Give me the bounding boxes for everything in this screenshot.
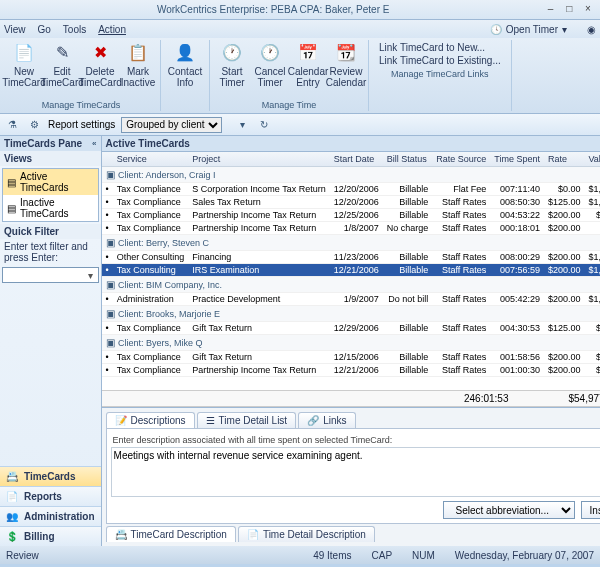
table-row[interactable]: •Tax CompliancePartnership Income Tax Re… [102,222,600,235]
clock-icon: 🕓 [490,24,502,35]
column-header[interactable]: Rate Source [432,152,490,167]
link-existing-button[interactable]: Link TimeCard to Existing... [379,55,501,66]
contact-icon: 👤 [174,42,196,64]
grid-title: Active TimeCards [102,136,600,152]
app-title: WorkCentrics Enterprise: PEBA CPA: Baker… [4,4,542,15]
column-header[interactable]: Project [188,152,329,167]
report-settings-label: Report settings [48,119,115,130]
link-icon: 🔗 [307,415,319,426]
ribbon: 📄New TimeCard ✎Edit TimeCard ✖Delete Tim… [0,38,600,114]
maximize-icon[interactable]: □ [561,3,577,17]
group-row[interactable]: ▣ Client: Byers, Mike Q [102,335,600,351]
card-icon: 📇 [115,529,127,540]
calendar-entry-button[interactable]: 📅Calendar Entry [290,40,326,99]
table-row[interactable]: •Tax ComplianceGift Tax Return12/29/2006… [102,322,600,335]
refresh-icon[interactable]: ↻ [256,117,272,133]
chevron-down-icon[interactable]: ▾ [84,270,98,281]
nav-billing[interactable]: 💲Billing [0,526,101,546]
link-new-button[interactable]: Link TimeCard to New... [379,42,501,53]
menu-action[interactable]: Action [98,24,126,35]
table-row[interactable]: •Tax CompliancePartnership Income Tax Re… [102,364,600,377]
minimize-icon[interactable]: – [542,3,558,17]
table-row[interactable]: •Tax CompliancePartnership Income Tax Re… [102,209,600,222]
new-timecard-button[interactable]: 📄New TimeCard [6,40,42,99]
review-calendar-button[interactable]: 📆Review Calendar [328,40,364,99]
filter-icon[interactable]: ⚗ [4,117,20,133]
collapse-pane-icon[interactable]: « [92,139,96,148]
open-timer-button[interactable]: 🕓 Open Timer ▾ [490,24,567,35]
column-header[interactable]: Time Spent [490,152,544,167]
column-header[interactable]: Start Date [330,152,383,167]
reports-icon: 📄 [6,491,18,502]
tab-time-detail-description[interactable]: 📄Time Detail Description [238,526,375,542]
description-hint: Enter description associated with all ti… [111,433,600,447]
group-label-manage-links: Manage TimeCard Links [373,68,507,80]
inactive-icon: 📋 [127,42,149,64]
status-items: 49 Items [313,550,351,561]
group-row[interactable]: ▣ Client: Berry, Steven C [102,235,600,251]
view-inactive-timecards[interactable]: ▤Inactive TimeCards [3,195,98,221]
window-controls: – □ × [542,3,596,17]
group-row[interactable]: ▣ Client: Anderson, Craig I [102,167,600,183]
group-row[interactable]: ▣ Client: Brooks, Marjorie E [102,306,600,322]
menu-tools[interactable]: Tools [63,24,86,35]
title-bar: WorkCentrics Enterprise: PEBA CPA: Baker… [0,0,600,20]
totals-row: 246:01:53 $54,977.66 [102,390,600,407]
contact-info-button[interactable]: 👤Contact Info [165,40,205,99]
status-cap: CAP [371,550,392,561]
tab-links[interactable]: 🔗Links [298,412,355,428]
chevron-down-icon: ▾ [562,24,567,35]
tab-time-detail-list[interactable]: ☰Time Detail List [197,412,297,428]
quick-filter-prompt: Enter text filter and press Enter: [0,239,101,265]
total-time: 246:01:53 [464,393,549,404]
admin-icon: 👥 [6,511,18,522]
column-header[interactable]: Bill Status [383,152,433,167]
tab-timecard-description[interactable]: 📇TimeCard Description [106,526,236,542]
close-icon[interactable]: × [580,3,596,17]
filter2-icon[interactable]: ⚙ [26,117,42,133]
quick-filter-input[interactable]: ▾ [2,267,99,283]
card-icon: ▤ [7,177,16,188]
column-header[interactable]: Rate [544,152,585,167]
column-header[interactable]: Service [113,152,189,167]
status-left: Review [6,550,39,561]
timecards-grid[interactable]: ServiceProjectStart DateBill StatusRate … [102,152,600,390]
delete-timecard-button[interactable]: ✖Delete TimeCard [82,40,118,99]
description-textarea[interactable] [111,447,600,497]
group-by-select[interactable]: Grouped by client [121,117,222,133]
table-row[interactable]: •Tax ComplianceS Corporation Income Tax … [102,183,600,196]
mark-inactive-button[interactable]: 📋Mark Inactive [120,40,156,99]
menu-go[interactable]: Go [38,24,51,35]
view-active-timecards[interactable]: ▤Active TimeCards [3,169,98,195]
nav-timecards[interactable]: 📇TimeCards [0,466,101,486]
settings-icon[interactable]: ▾ [234,117,250,133]
menu-view[interactable]: View [4,24,26,35]
total-value: $54,977.66 [569,393,601,404]
cancel-timer-icon: 🕐 [259,42,281,64]
table-row[interactable]: •Tax ConsultingIRS Examination12/21/2006… [102,264,600,277]
start-timer-button[interactable]: 🕐Start Timer [214,40,250,99]
abbreviation-select[interactable]: Select abbreviation... [443,501,575,519]
edit-timecard-button[interactable]: ✎Edit TimeCard [44,40,80,99]
table-row[interactable]: •Tax ComplianceGift Tax Return12/15/2006… [102,351,600,364]
delete-icon: ✖ [89,42,111,64]
insert-button[interactable]: Insert [581,501,600,519]
edit-icon: ✎ [51,42,73,64]
quick-filter-title: Quick Filter [0,224,101,239]
nav-reports[interactable]: 📄Reports [0,486,101,506]
group-label-manage-timecards: Manage TimeCards [6,99,156,111]
nav-administration[interactable]: 👥Administration [0,506,101,526]
column-header[interactable]: Value [585,152,600,167]
help-icon[interactable]: ◉ [587,24,596,35]
sidebar-title: TimeCards Pane « [0,136,101,151]
group-row[interactable]: ▣ Client: BIM Company, Inc. [102,277,600,293]
table-row[interactable]: •Other ConsultingFinancing11/23/2006Bill… [102,251,600,264]
tab-descriptions[interactable]: 📝Descriptions [106,412,195,428]
cancel-timer-button[interactable]: 🕐Cancel Timer [252,40,288,99]
review-calendar-icon: 📆 [335,42,357,64]
table-row[interactable]: •AdministrationPractice Development1/9/2… [102,293,600,306]
table-row[interactable]: •Tax ComplianceSales Tax Return12/20/200… [102,196,600,209]
card-icon: ▤ [7,203,16,214]
timecards-icon: 📇 [6,471,18,482]
status-num: NUM [412,550,435,561]
